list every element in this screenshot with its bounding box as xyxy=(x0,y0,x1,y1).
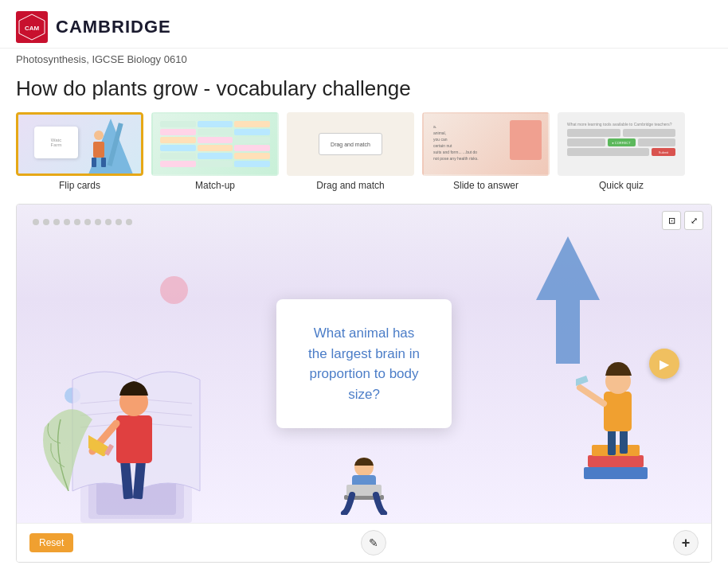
dot-3 xyxy=(53,219,60,225)
pencil-button[interactable]: ✎ xyxy=(361,530,386,555)
thumb-slide-to-answer-label: Slide to answer xyxy=(453,180,519,191)
dot-9 xyxy=(115,219,122,225)
dot-indicators xyxy=(33,219,132,225)
fc-person-icon xyxy=(87,129,111,169)
viewer-container: ⊡ ⤢ xyxy=(16,204,712,563)
thumb-drag-and-match[interactable]: Drag and match Drag and match xyxy=(287,112,414,191)
flip-card[interactable]: What animal has the largest brain in pro… xyxy=(276,299,452,428)
svg-rect-28 xyxy=(576,376,589,387)
add-button[interactable]: + xyxy=(673,530,699,555)
viewer-toolbar: ⊡ ⤢ xyxy=(662,211,703,230)
svg-text:CAM: CAM xyxy=(25,25,40,32)
dot-5 xyxy=(74,219,80,225)
svg-rect-29 xyxy=(120,459,133,500)
thumb-match-up[interactable]: Match-up xyxy=(151,112,279,191)
plus-icon: + xyxy=(682,535,691,552)
pencil-icon: ✎ xyxy=(369,536,378,549)
svg-rect-8 xyxy=(101,158,106,167)
dm-content: Drag and match xyxy=(319,133,382,155)
mu-grid xyxy=(157,118,273,170)
svg-rect-20 xyxy=(584,467,648,479)
breadcrumb: Photosynthesis, IGCSE Biology 0610 xyxy=(0,49,728,70)
svg-rect-6 xyxy=(93,142,104,158)
dot-4 xyxy=(64,219,70,225)
character-laptop-icon xyxy=(332,451,396,515)
dot-2 xyxy=(43,219,49,225)
thumb-match-up-label: Match-up xyxy=(195,180,235,191)
fc-card-decoration: WatcFarm xyxy=(34,127,78,158)
thumb-flip-cards-label: Flip cards xyxy=(59,180,100,191)
svg-rect-23 xyxy=(608,427,616,455)
svg-rect-21 xyxy=(588,455,644,467)
character-right-icon xyxy=(576,340,656,499)
svg-line-27 xyxy=(580,388,604,403)
cambridge-title: CAMBRIDGE xyxy=(56,17,171,37)
page-title: How do plants grow - vocabulary challeng… xyxy=(0,70,728,109)
thumb-slide-to-answer[interactable]: a.animal,you cancertain nutsuits and for… xyxy=(422,112,550,191)
svg-rect-7 xyxy=(92,158,96,167)
dot-1 xyxy=(33,219,39,225)
svg-rect-25 xyxy=(604,392,632,431)
thumbnails-row: WatcFarm Flip cards xyxy=(0,109,728,201)
sa-pink-decoration xyxy=(510,120,542,160)
bg-circle-pink xyxy=(160,276,188,304)
cambridge-logo-icon: CAM xyxy=(16,11,48,43)
dot-8 xyxy=(105,219,112,225)
thumb-drag-and-match-label: Drag and match xyxy=(316,180,384,191)
fullscreen-button[interactable]: ⤢ xyxy=(684,211,703,230)
next-button[interactable]: ▶ xyxy=(649,349,679,379)
qq-content: What more learning tools available to Ca… xyxy=(564,119,679,159)
thumb-quick-quiz[interactable]: What more learning tools available to Ca… xyxy=(558,112,685,191)
header: CAM CAMBRIDGE xyxy=(0,0,728,49)
svg-rect-31 xyxy=(116,415,152,463)
svg-rect-30 xyxy=(133,459,146,500)
svg-point-5 xyxy=(94,131,104,140)
expand-button[interactable]: ⊡ xyxy=(662,211,681,230)
thumb-flip-cards[interactable]: WatcFarm Flip cards xyxy=(16,112,143,191)
dot-10 xyxy=(126,219,132,225)
viewer-footer: Reset ✎ + xyxy=(17,523,711,562)
thumb-quick-quiz-label: Quick quiz xyxy=(599,180,644,191)
dot-7 xyxy=(95,219,101,225)
character-left-icon xyxy=(88,348,184,507)
flip-card-question: What animal has the largest brain in pro… xyxy=(304,323,424,404)
viewer-body: What animal has the largest brain in pro… xyxy=(17,205,711,523)
sa-text-area: a.animal,you cancertain nutsuits and for… xyxy=(430,120,507,165)
reset-button[interactable]: Reset xyxy=(29,533,73,552)
dot-6 xyxy=(84,219,91,225)
